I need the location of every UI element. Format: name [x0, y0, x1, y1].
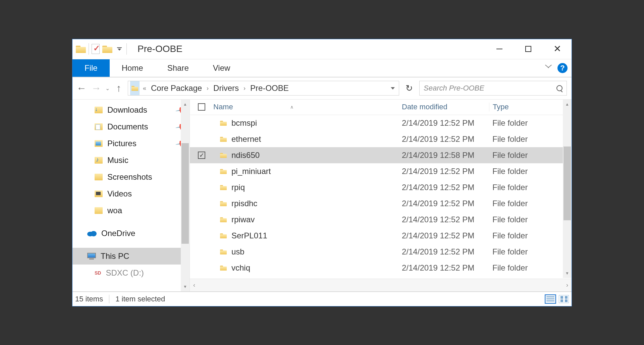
scroll-thumb[interactable] — [181, 143, 189, 244]
nav-item-label: Pictures — [107, 139, 137, 148]
qat-customize-icon[interactable] — [117, 47, 122, 51]
ribbon-tab-view[interactable]: View — [201, 59, 243, 77]
file-row[interactable]: ethernet2/14/2019 12:52 PMFile folder — [190, 131, 572, 147]
address-bar[interactable]: « Core Package › Drivers › Pre-OOBE — [128, 81, 399, 96]
address-dropdown-icon[interactable] — [391, 87, 395, 90]
file-row[interactable]: pi_miniuart2/14/2019 12:52 PMFile folder — [190, 163, 572, 179]
folder-icon — [95, 157, 103, 164]
breadcrumb-root[interactable] — [130, 81, 140, 95]
file-row[interactable]: bcmspi2/14/2019 12:52 PMFile folder — [190, 115, 572, 131]
help-icon[interactable]: ? — [557, 63, 568, 73]
select-all-checkbox[interactable] — [198, 103, 205, 111]
status-count: 15 items — [75, 295, 103, 303]
file-row[interactable]: ✓ndis6502/14/2019 12:58 PMFile folder — [190, 147, 572, 163]
breadcrumb-seg-2[interactable]: Pre-OOBE — [249, 81, 290, 95]
folder-icon — [220, 233, 227, 238]
properties-icon[interactable] — [92, 44, 100, 54]
scroll-right-icon[interactable]: › — [566, 282, 568, 289]
ribbon-tab-file[interactable]: File — [72, 59, 110, 77]
separator — [89, 43, 89, 55]
back-button[interactable]: ← — [76, 82, 87, 94]
address-bar-row: ← → ⌄ ↑ « Core Package › Drivers › Pre-O… — [72, 77, 572, 100]
nav-item-label: Videos — [107, 189, 132, 198]
file-row[interactable]: rpiwav2/14/2019 12:52 PMFile folder — [190, 212, 572, 228]
file-name: pi_miniuart — [231, 167, 271, 176]
scroll-up-icon[interactable]: ▲ — [181, 100, 190, 109]
forward-button[interactable]: → — [91, 82, 102, 94]
file-date: 2/14/2019 12:52 PM — [402, 183, 489, 192]
body: Downloads📌Documents📌Pictures📌MusicScreen… — [72, 100, 572, 291]
nav-item-onedrive[interactable]: OneDrive — [72, 225, 190, 242]
ribbon-tab-share[interactable]: Share — [155, 59, 201, 77]
file-row[interactable]: vchiq2/14/2019 12:52 PMFile folder — [190, 260, 572, 276]
file-date: 2/14/2019 12:52 PM — [402, 134, 489, 144]
file-date: 2/14/2019 12:52 PM — [402, 215, 489, 224]
scroll-up-icon[interactable]: ▲ — [563, 100, 572, 109]
up-button[interactable]: ↑ — [113, 82, 124, 94]
search-icon[interactable] — [556, 85, 562, 91]
file-type: File folder — [489, 134, 563, 144]
file-date: 2/14/2019 12:58 PM — [402, 151, 489, 160]
minimize-button[interactable] — [485, 39, 514, 59]
this-pc-icon — [87, 253, 96, 260]
ribbon-collapse-icon[interactable] — [545, 66, 552, 70]
file-date: 2/14/2019 12:52 PM — [402, 118, 489, 128]
scroll-thumb[interactable] — [564, 147, 571, 220]
file-type: File folder — [489, 151, 563, 160]
scroll-down-icon[interactable]: ▼ — [181, 282, 190, 291]
recent-locations-icon[interactable]: ⌄ — [105, 85, 110, 92]
file-type: File folder — [489, 118, 563, 128]
search-input[interactable] — [424, 84, 548, 93]
file-row[interactable]: SerPL0112/14/2019 12:52 PMFile folder — [190, 228, 572, 244]
breadcrumb-seg-1[interactable]: Drivers — [212, 81, 240, 95]
folder-icon — [95, 123, 103, 130]
maximize-button[interactable] — [514, 39, 543, 59]
breadcrumb-overflow-icon[interactable]: « — [142, 85, 148, 92]
nav-item-this-pc[interactable]: This PC — [72, 248, 190, 265]
file-type: File folder — [489, 263, 563, 273]
file-name: usb — [231, 247, 245, 256]
file-row[interactable]: rpisdhc2/14/2019 12:52 PMFile folder — [190, 195, 572, 212]
status-selection: 1 item selected — [115, 295, 165, 303]
refresh-button[interactable]: ↻ — [402, 81, 416, 96]
file-type: File folder — [489, 231, 563, 240]
sd-card-icon: SD — [95, 270, 101, 276]
quick-access-toolbar — [72, 39, 130, 59]
folder-icon — [220, 136, 227, 142]
file-row[interactable]: usb2/14/2019 12:52 PMFile folder — [190, 244, 572, 260]
nav-item[interactable]: Videos — [72, 185, 190, 202]
nav-item[interactable]: Pictures📌 — [72, 135, 190, 152]
nav-item[interactable]: Screenshots — [72, 169, 190, 185]
ribbon-tab-home[interactable]: Home — [110, 59, 155, 77]
folder-icon — [220, 249, 227, 254]
close-button[interactable]: ✕ — [543, 39, 572, 59]
column-date[interactable]: Date modified — [402, 103, 489, 111]
file-row[interactable]: rpiq2/14/2019 12:52 PMFile folder — [190, 179, 572, 195]
column-name[interactable]: Name — [213, 103, 233, 111]
nav-scrollbar[interactable]: ▲ ▼ — [181, 100, 190, 291]
scroll-left-icon[interactable]: ‹ — [193, 282, 195, 289]
navigation-pane: Downloads📌Documents📌Pictures📌MusicScreen… — [72, 100, 190, 291]
horizontal-scrollbar[interactable]: ‹ › — [190, 279, 572, 291]
nav-item[interactable]: Music — [72, 152, 190, 169]
file-name: rpisdhc — [231, 199, 257, 208]
chevron-right-icon[interactable]: › — [205, 85, 210, 92]
nav-item[interactable]: Downloads📌 — [72, 102, 190, 118]
row-checkbox[interactable]: ✓ — [198, 152, 205, 159]
view-thumbnails-button[interactable] — [559, 295, 569, 303]
chevron-right-icon[interactable]: › — [242, 85, 247, 92]
new-folder-icon[interactable] — [102, 45, 112, 53]
file-list[interactable]: bcmspi2/14/2019 12:52 PMFile folderether… — [190, 115, 572, 279]
file-date: 2/14/2019 12:52 PM — [402, 167, 489, 176]
nav-item[interactable]: woa — [72, 202, 190, 219]
scroll-down-icon[interactable]: ▼ — [563, 269, 572, 278]
folder-icon — [131, 85, 138, 91]
nav-item-sd-card[interactable]: SDSDXC (D:) — [72, 265, 190, 281]
column-type[interactable]: Type — [489, 103, 563, 111]
separator — [109, 295, 109, 303]
search-box[interactable] — [419, 81, 567, 96]
breadcrumb-seg-0[interactable]: Core Package — [150, 81, 203, 95]
vertical-scrollbar[interactable]: ▲ ▼ — [563, 100, 572, 278]
nav-item[interactable]: Documents📌 — [72, 118, 190, 135]
view-details-button[interactable] — [545, 295, 555, 303]
